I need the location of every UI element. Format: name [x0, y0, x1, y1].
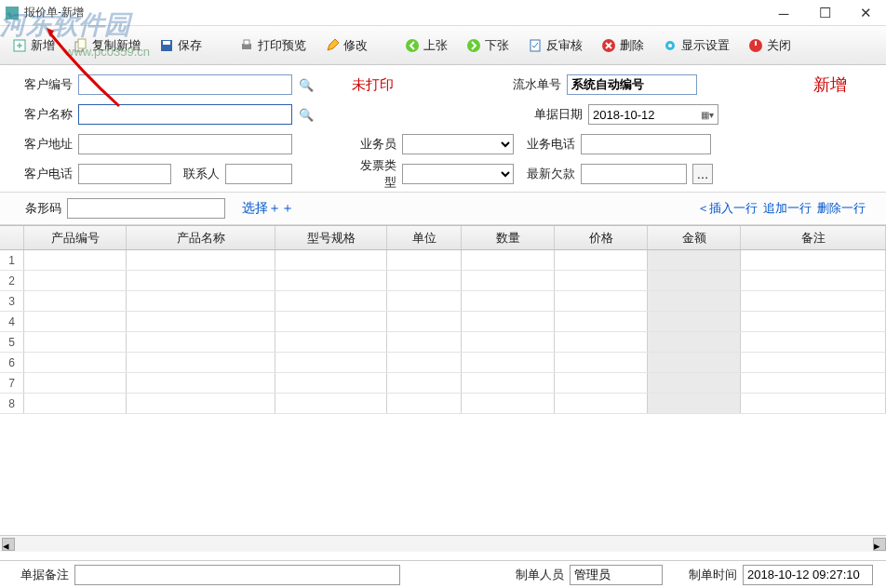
- cell-name[interactable]: [127, 373, 275, 393]
- cell-remark[interactable]: [741, 271, 886, 290]
- table-row[interactable]: 8: [0, 394, 886, 414]
- cell-code[interactable]: [24, 291, 127, 311]
- cell-unit[interactable]: [387, 250, 462, 270]
- cust-addr-input[interactable]: [78, 134, 292, 154]
- cell-unit[interactable]: [387, 271, 462, 290]
- cell-amount[interactable]: [648, 312, 741, 331]
- make-time-input[interactable]: [743, 565, 873, 585]
- col-remark[interactable]: 备注: [741, 226, 886, 249]
- col-unit[interactable]: 单位: [387, 226, 462, 249]
- cell-price[interactable]: [555, 373, 648, 393]
- cell-unit[interactable]: [387, 353, 462, 372]
- scroll-left-button[interactable]: ◂: [2, 538, 15, 551]
- cust-tel-input[interactable]: [78, 164, 171, 184]
- table-row[interactable]: 4: [0, 312, 886, 332]
- cell-amount[interactable]: [648, 373, 741, 393]
- table-row[interactable]: 6: [0, 353, 886, 373]
- cell-name[interactable]: [127, 312, 275, 331]
- col-product-code[interactable]: 产品编号: [24, 226, 127, 249]
- cell-code[interactable]: [24, 373, 127, 393]
- cust-name-input[interactable]: [78, 104, 292, 125]
- cell-code[interactable]: [24, 312, 127, 331]
- cell-price[interactable]: [555, 332, 648, 352]
- cell-remark[interactable]: [741, 373, 886, 393]
- cust-name-lookup-icon[interactable]: 🔍: [298, 106, 315, 123]
- maker-input[interactable]: [570, 565, 663, 585]
- delete-row-link[interactable]: 删除一行: [817, 200, 866, 217]
- cell-name[interactable]: [127, 271, 275, 290]
- cust-code-input[interactable]: [78, 74, 292, 95]
- col-amount[interactable]: 金额: [648, 226, 741, 249]
- close-window-button[interactable]: ✕: [845, 0, 886, 26]
- cell-qty[interactable]: [462, 291, 555, 311]
- col-qty[interactable]: 数量: [462, 226, 555, 249]
- choose-link[interactable]: 选择＋＋: [242, 200, 294, 217]
- col-product-name[interactable]: 产品名称: [127, 226, 275, 249]
- serial-input[interactable]: [567, 74, 697, 95]
- delete-button[interactable]: 删除: [597, 34, 649, 57]
- barcode-input[interactable]: [67, 198, 225, 219]
- display-settings-button[interactable]: 显示设置: [658, 34, 734, 57]
- horizontal-scrollbar[interactable]: ◂ ▸: [0, 535, 886, 552]
- next-button[interactable]: 下张: [462, 34, 514, 57]
- close-button[interactable]: 关闭: [744, 34, 796, 57]
- print-preview-button[interactable]: 打印预览: [235, 34, 311, 57]
- unaudit-button[interactable]: 反审核: [523, 34, 587, 57]
- cell-spec[interactable]: [275, 250, 387, 270]
- table-row[interactable]: 3: [0, 291, 886, 312]
- cell-spec[interactable]: [275, 353, 387, 372]
- bill-date-picker[interactable]: 2018-10-12▦▾: [588, 104, 718, 125]
- minimize-button[interactable]: ─: [763, 0, 804, 26]
- cell-unit[interactable]: [387, 373, 462, 393]
- cell-price[interactable]: [555, 271, 648, 290]
- table-row[interactable]: 2: [0, 271, 886, 291]
- contact-input[interactable]: [225, 164, 292, 184]
- table-row[interactable]: 5: [0, 332, 886, 353]
- cell-price[interactable]: [555, 394, 648, 413]
- last-debt-more-button[interactable]: …: [692, 164, 713, 184]
- insert-row-link[interactable]: ＜插入一行: [697, 200, 758, 217]
- save-button[interactable]: 保存: [154, 34, 207, 57]
- edit-button[interactable]: 修改: [320, 34, 372, 57]
- cell-amount[interactable]: [648, 394, 741, 413]
- cell-amount[interactable]: [648, 271, 741, 290]
- last-debt-input[interactable]: [581, 164, 687, 184]
- cell-amount[interactable]: [648, 250, 741, 270]
- cell-price[interactable]: [555, 250, 648, 270]
- cell-unit[interactable]: [387, 312, 462, 331]
- cell-name[interactable]: [127, 332, 275, 352]
- cell-name[interactable]: [127, 394, 275, 413]
- salesman-select[interactable]: [402, 134, 514, 154]
- cell-qty[interactable]: [462, 353, 555, 372]
- cell-qty[interactable]: [462, 250, 555, 270]
- cell-remark[interactable]: [741, 332, 886, 352]
- append-row-link[interactable]: 追加一行: [763, 200, 812, 217]
- table-row[interactable]: 7: [0, 373, 886, 394]
- table-row[interactable]: 1: [0, 250, 886, 271]
- cust-code-lookup-icon[interactable]: 🔍: [298, 76, 315, 93]
- cell-qty[interactable]: [462, 271, 555, 290]
- cell-qty[interactable]: [462, 394, 555, 413]
- cell-code[interactable]: [24, 353, 127, 372]
- cell-unit[interactable]: [387, 291, 462, 311]
- cell-spec[interactable]: [275, 271, 387, 290]
- scroll-right-button[interactable]: ▸: [873, 538, 886, 551]
- cell-unit[interactable]: [387, 332, 462, 352]
- prev-button[interactable]: 上张: [400, 34, 452, 57]
- cell-spec[interactable]: [275, 312, 387, 331]
- cell-remark[interactable]: [741, 353, 886, 372]
- cell-price[interactable]: [555, 291, 648, 311]
- cell-qty[interactable]: [462, 332, 555, 352]
- cell-code[interactable]: [24, 250, 127, 270]
- cell-name[interactable]: [127, 353, 275, 372]
- cell-remark[interactable]: [741, 394, 886, 413]
- invoice-type-select[interactable]: [402, 164, 514, 184]
- maximize-button[interactable]: ☐: [804, 0, 845, 26]
- cell-spec[interactable]: [275, 373, 387, 393]
- cell-amount[interactable]: [648, 332, 741, 352]
- cell-spec[interactable]: [275, 332, 387, 352]
- cell-qty[interactable]: [462, 312, 555, 331]
- cell-price[interactable]: [555, 312, 648, 331]
- cell-remark[interactable]: [741, 291, 886, 311]
- cell-amount[interactable]: [648, 353, 741, 372]
